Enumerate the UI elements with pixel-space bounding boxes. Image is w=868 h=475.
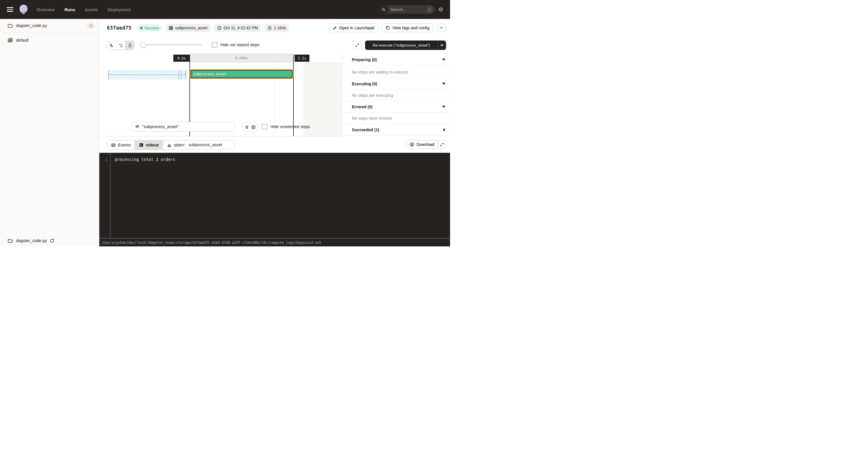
nav-overview[interactable]: Overview <box>37 7 55 12</box>
section-label: Succeeded (1) <box>352 127 379 132</box>
stdout-console[interactable]: 1 processing total 2 orders <box>99 153 450 238</box>
view-mode-waterfall-button[interactable] <box>116 41 125 50</box>
step-filter-input[interactable]: "subprocess_asset" <box>131 122 235 131</box>
sidebar-job-label: default <box>16 38 29 42</box>
sidebar-footer: dagster_code.py <box>8 238 55 243</box>
tab-events-label: Events <box>118 143 131 147</box>
table-grid-icon <box>169 26 173 30</box>
panel-section-errored[interactable]: Errored (0) <box>342 101 450 113</box>
dagster-logo[interactable] <box>18 4 29 15</box>
gantt-step-bar[interactable]: subprocess_asset <box>191 70 292 78</box>
nav-assets[interactable]: Assets <box>85 7 98 12</box>
asset-tag-label: subprocess_asset <box>175 26 208 30</box>
open-in-launchpad-label: Open in Launchpad <box>339 26 374 30</box>
reload-icon[interactable] <box>50 238 55 243</box>
zoom-slider[interactable] <box>141 44 203 46</box>
console-log-line: processing total 2 orders <box>115 157 175 162</box>
tab-stdout-label: stdout <box>146 143 158 147</box>
search-icon <box>379 5 388 14</box>
download-label: Download <box>416 142 434 147</box>
step-filter-value: "subprocess_asset" <box>142 124 179 129</box>
download-button[interactable]: Download <box>406 140 438 149</box>
primary-nav: Overview Runs Assets Deployment <box>37 7 131 12</box>
tab-events[interactable]: Events <box>107 141 135 150</box>
gantt-step-label: subprocess_asset <box>193 72 226 76</box>
selection-duration-band: 0.606s <box>190 53 293 63</box>
view-mode-flat-button[interactable] <box>107 41 116 50</box>
nav-deployment[interactable]: Deployment <box>107 7 131 12</box>
left-sidebar: dagster_code.py 1 default dagster_code.p… <box>0 19 99 246</box>
hide-unselected-checkbox[interactable]: Hide unselected steps <box>262 124 310 129</box>
caret-right-icon[interactable] <box>443 128 445 131</box>
chevron-down-icon <box>440 27 443 29</box>
waiting-phase-region <box>181 70 186 80</box>
pencil-icon <box>333 26 337 30</box>
panel-section-executing[interactable]: Executing (0) <box>342 78 450 90</box>
nav-runs[interactable]: Runs <box>65 7 75 12</box>
log-path-bar: /Users/yuhan/dev/local/dagster_home/stor… <box>99 238 450 246</box>
view-mode-timed-button[interactable] <box>125 41 134 50</box>
global-search-input[interactable]: Search... / <box>379 5 435 14</box>
dagster-run-page: Overview Runs Assets Deployment Search..… <box>0 0 450 246</box>
selection-end-tick: 1.1s <box>294 55 309 62</box>
console-gutter-divider <box>110 153 111 238</box>
waiting-dashed-line <box>181 75 186 75</box>
graph-traversal-button[interactable] <box>245 125 249 129</box>
sidebar-file-name: dagster_code.py <box>16 23 47 28</box>
caret-down-icon <box>441 44 443 46</box>
log-step-selector-value: subprocess_asset <box>189 143 222 147</box>
gantt-view-mode-group <box>107 41 135 50</box>
sidebar-footer-file: dagster_code.py <box>16 238 47 243</box>
zoom-slider-handle[interactable] <box>141 42 146 48</box>
panel-empty-message: No steps are executing <box>342 90 450 101</box>
gear-icon[interactable]: ⚙ <box>435 6 447 13</box>
gantt-filter-row: "subprocess_asset" Hide unselected steps <box>99 122 342 132</box>
op-selection-icon <box>135 124 140 129</box>
hide-not-started-checkbox[interactable]: Hide not started steps <box>212 40 259 50</box>
table-icon <box>111 143 116 147</box>
view-tags-config-button[interactable]: View tags and config <box>382 24 433 32</box>
section-message: No steps have errored <box>352 116 392 121</box>
caret-down-icon[interactable] <box>442 106 445 108</box>
checkbox-box[interactable] <box>262 124 268 129</box>
timestamp-label: Oct 11, 4:22:42 PM <box>224 26 258 30</box>
panel-section-preparing[interactable]: Preparing (0) <box>342 53 450 66</box>
sidebar-item-default[interactable]: default <box>0 35 99 46</box>
caret-down-icon[interactable] <box>442 59 445 61</box>
clock-icon <box>217 26 222 30</box>
open-in-launchpad-button[interactable]: Open in Launchpad <box>329 24 378 32</box>
console-line-number: 1 <box>99 157 107 162</box>
sidebar-repo-header[interactable]: dagster_code.py 1 <box>0 19 99 32</box>
search-shortcut-key: / <box>426 6 433 12</box>
caret-down-icon[interactable] <box>442 83 445 85</box>
reexecute-label: Re-execute ("subprocess_asset") <box>365 43 438 48</box>
waiting-dashed-line <box>109 75 179 75</box>
asset-tag[interactable]: subprocess_asset <box>166 24 210 32</box>
tab-stdout[interactable]: stdout <box>135 141 163 150</box>
run-header-more-button[interactable] <box>437 24 446 32</box>
section-label: Executing (0) <box>352 82 377 86</box>
job-grid-icon <box>8 38 12 42</box>
section-label: Errored (0) <box>352 105 373 109</box>
gantt-chart: 0.606s 0.5s 1.1s subprocess_asset "subpr… <box>99 53 342 137</box>
duration-tag: 1.163s <box>265 24 289 32</box>
tab-stderr-label: stderr <box>174 143 185 147</box>
terminal-icon <box>139 143 144 147</box>
hide-unselected-label: Hide unselected steps <box>270 124 310 129</box>
log-fullscreen-button[interactable] <box>437 140 446 149</box>
reexecute-dropdown-button[interactable] <box>438 44 446 46</box>
folder-icon <box>8 24 12 28</box>
log-step-selector[interactable]: subprocess_asset <box>185 140 235 149</box>
reexecute-button[interactable]: Re-execute ("subprocess_asset") <box>365 40 446 50</box>
hamburger-menu-icon[interactable] <box>7 7 13 12</box>
clear-filter-button[interactable] <box>251 125 256 129</box>
checkbox-box[interactable] <box>212 42 218 48</box>
top-navbar: Overview Runs Assets Deployment Search..… <box>0 0 450 19</box>
panel-empty-message: No steps are waiting to execute <box>342 66 450 78</box>
run-header: 637aed75 Success subprocess_asset Oct 11… <box>99 19 450 37</box>
panel-section-succeeded[interactable]: Succeeded (1) <box>342 124 450 136</box>
gantt-fullscreen-button[interactable] <box>353 41 361 50</box>
run-id: 637aed75 <box>107 25 131 31</box>
step-status-panel: Preparing (0) No steps are waiting to ex… <box>342 53 450 136</box>
sidebar-count-badge: 1 <box>87 23 95 28</box>
